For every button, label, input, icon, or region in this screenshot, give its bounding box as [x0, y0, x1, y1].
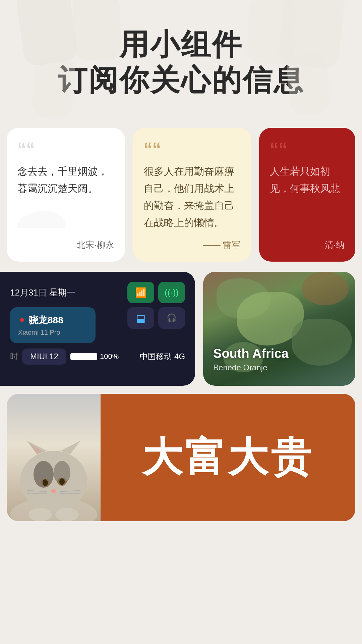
device-icons-top: 📶 ((·)) [100, 282, 185, 303]
quote-card-red: ““ 人生若只如初见，何事秋风悲 清·纳 [259, 128, 355, 262]
quote-author-cream: —— 雷军 [144, 239, 241, 251]
quote-mark-white: ““ [17, 140, 114, 157]
uptime-text: 时 [10, 351, 18, 362]
svg-point-18 [55, 508, 79, 521]
bluetooth-button[interactable]: ⬓ [127, 307, 154, 329]
battery-bar [70, 353, 97, 360]
cat-card [7, 394, 101, 521]
svg-point-8 [59, 478, 65, 485]
svg-point-1 [20, 451, 87, 511]
device-bottom: 时 MIUI 12 100% 中国移动 4G [10, 348, 185, 365]
hero-title: 用小组件 订阅你关心的信息 [20, 27, 342, 98]
miui-badge: MIUI 12 [22, 348, 66, 365]
map-country: South Africa [213, 346, 289, 361]
airpod-icon: 🎧 [167, 313, 177, 323]
quote-text-cream: 很多人在用勤奋麻痹自己，他们用战术上的勤奋，来掩盖自己在战略上的懒惰。 [144, 163, 241, 231]
device-name: Xiaomi 11 Pro [18, 329, 87, 336]
quote-author-white: 北宋·柳永 [17, 239, 114, 251]
device-date: 12月31日 星期一 [10, 282, 96, 303]
chip-badge: ✦ 骁龙888 Xiaomi 11 Pro [10, 307, 96, 343]
cat-background [7, 394, 101, 521]
map-card: South Africa Benede Oranje [203, 272, 355, 386]
svg-point-17 [28, 508, 52, 521]
chip-name: ✦ 骁龙888 [18, 314, 87, 327]
bluetooth-icon: ⬓ [136, 312, 145, 324]
quote-mark-cream: ““ [144, 140, 241, 157]
network-text: 中国移动 4G [140, 351, 185, 362]
signal-button[interactable]: ((·)) [158, 282, 185, 303]
battery-wrap: 100% [70, 352, 119, 361]
quote-cards-row: ““ 念去去，千里烟波，暮霭沉沉楚天阔。 北宋·柳永 ““ 很多人在用勤奋麻痹自… [0, 118, 362, 272]
fortune-text: 大富大贵 [142, 430, 314, 485]
fortune-card: 大富大贵 [101, 394, 355, 521]
quote-card-white: ““ 念去去，千里烟波，暮霭沉沉楚天阔。 北宋·柳永 [7, 128, 125, 262]
wifi-button[interactable]: 📶 [127, 282, 154, 303]
snapdragon-logo: ✦ [18, 315, 25, 326]
signal-icon: ((·)) [165, 287, 179, 298]
map-overlay: South Africa Benede Oranje [213, 346, 289, 372]
battery-text: 100% [100, 352, 119, 361]
quote-author-red: 清·纳 [270, 239, 345, 251]
svg-point-7 [43, 479, 48, 486]
quote-text-red: 人生若只如初见，何事秋风悲 [270, 163, 345, 231]
device-card: 12月31日 星期一 📶 ((·)) ✦ 骁龙888 Xiaomi 11 Pro… [0, 272, 195, 386]
hero-section: 用小组件 订阅你关心的信息 [0, 0, 362, 118]
wifi-icon: 📶 [135, 287, 147, 298]
airpod-button[interactable]: 🎧 [158, 307, 185, 329]
map-region: Benede Oranje [213, 363, 289, 372]
device-map-row: 12月31日 星期一 📶 ((·)) ✦ 骁龙888 Xiaomi 11 Pro… [0, 272, 362, 394]
quote-mark-red: ““ [270, 140, 345, 157]
bottom-row: 大富大贵 [0, 394, 362, 521]
bt-airpod-row: ⬓ 🎧 [100, 307, 185, 343]
quote-card-cream: ““ 很多人在用勤奋麻痹自己，他们用战术上的勤奋，来掩盖自己在战略上的懒惰。 —… [133, 128, 251, 262]
svg-point-9 [51, 489, 56, 493]
